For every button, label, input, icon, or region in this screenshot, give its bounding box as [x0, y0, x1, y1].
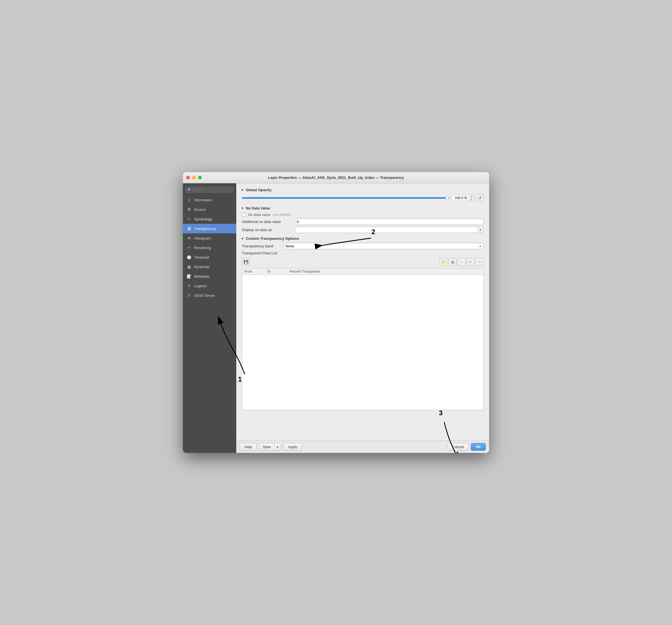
- legend-icon: ⠿: [186, 283, 192, 289]
- transparency-band-row: Transparency band None ▼: [241, 243, 485, 249]
- sidebar-item-label: Rendering: [194, 246, 211, 250]
- bottom-bar: Help Style ▼ Apply Cancel OK: [236, 441, 489, 453]
- sidebar-item-label: Source: [194, 207, 206, 212]
- no-data-title: No Data Value: [246, 206, 270, 210]
- sidebar-item-legend[interactable]: ⠿ Legend: [183, 281, 236, 291]
- display-no-data-label: Display no data as: [242, 228, 292, 232]
- sidebar-item-temporal[interactable]: 🕐 Temporal: [183, 252, 236, 262]
- pixel-list-label: Transparent Pixel List: [241, 251, 485, 255]
- add-values-from-map-button[interactable]: +: [476, 258, 483, 266]
- no-data-checkbox-label: No data value: [248, 212, 270, 217]
- ok-button[interactable]: OK: [471, 443, 486, 451]
- sidebar-item-qgis-server[interactable]: ⠿ QGIS Server: [183, 291, 236, 300]
- apply-button[interactable]: Apply: [284, 443, 302, 451]
- no-data-collapse[interactable]: ▼: [241, 206, 244, 210]
- search-input[interactable]: [193, 188, 232, 192]
- search-icon: 🔍: [188, 188, 192, 192]
- sidebar-item-label: Legend: [194, 284, 206, 288]
- pixel-toolbar: 💾 📁 ▦ − ✏ +: [241, 257, 485, 267]
- information-icon: ℹ: [186, 197, 192, 203]
- titlebar: Layer Properties — AtlasAI_AHS_Syria_202…: [183, 172, 489, 183]
- custom-transparency-collapse[interactable]: ▼: [241, 237, 244, 241]
- global-opacity-title: Global Opacity: [246, 188, 272, 192]
- sidebar-item-label: Metadata: [194, 274, 209, 278]
- no-data-value-row: No data value not defined: [241, 212, 485, 217]
- main-content: ▼ Global Opacity 100.0 % ▲ ▼ ↺: [236, 183, 489, 453]
- sidebar-item-source[interactable]: ⚙ Source: [183, 205, 236, 214]
- sidebar-item-transparency[interactable]: 🖼 Transparency: [183, 224, 236, 233]
- sidebar-item-information[interactable]: ℹ Information: [183, 195, 236, 205]
- sidebar-item-label: Pyramids: [194, 265, 209, 269]
- display-no-data-row: Display no data as ▼: [241, 227, 485, 233]
- save-pixel-list-button[interactable]: 💾: [242, 258, 250, 266]
- sidebar-item-pyramids[interactable]: ▦ Pyramids: [183, 262, 236, 272]
- temporal-icon: 🕐: [186, 254, 192, 260]
- additional-no-data-row: Additional no data value: [241, 219, 485, 225]
- pixel-table-header: From To Percent Transparent: [242, 269, 483, 275]
- rendering-icon: ✏: [186, 245, 192, 250]
- style-button[interactable]: Style: [259, 443, 274, 450]
- sidebar-item-histogram[interactable]: ✉ Histogram: [183, 233, 236, 243]
- opacity-slider-thumb: [446, 196, 449, 200]
- add-pixel-row-button[interactable]: ▦: [449, 258, 457, 266]
- edit-pixel-button[interactable]: ✏: [466, 258, 475, 266]
- metadata-icon: 📝: [186, 273, 192, 279]
- opacity-reset-button[interactable]: ↺: [476, 194, 483, 202]
- remove-pixel-row-button[interactable]: −: [458, 258, 465, 266]
- opacity-up-button[interactable]: ▲: [469, 195, 474, 198]
- additional-no-data-input[interactable]: [295, 219, 483, 225]
- opacity-spinners: ▲ ▼: [469, 195, 474, 201]
- column-percent: Percent Transparent: [289, 270, 481, 273]
- traffic-lights: [186, 176, 202, 179]
- sidebar-item-label: Histogram: [194, 236, 211, 240]
- toolbar-left: 💾: [242, 258, 250, 266]
- pyramids-icon: ▦: [186, 264, 192, 270]
- search-box[interactable]: 🔍: [185, 187, 234, 193]
- style-dropdown-button[interactable]: ▼: [274, 443, 281, 450]
- custom-transparency-title: Custom Transparency Options: [246, 236, 299, 241]
- sidebar-item-label: Information: [194, 198, 212, 202]
- opacity-value: 100.0 %: [452, 195, 469, 200]
- sidebar-item-metadata[interactable]: 📝 Metadata: [183, 272, 236, 281]
- help-button[interactable]: Help: [240, 443, 257, 451]
- open-pixel-list-button[interactable]: 📁: [440, 258, 448, 266]
- global-opacity-header: ▼ Global Opacity: [241, 188, 485, 192]
- close-button[interactable]: [186, 176, 190, 179]
- sidebar-item-label: Transparency: [194, 227, 216, 231]
- pixel-table: From To Percent Transparent: [242, 268, 483, 410]
- sidebar-item-label: QGIS Server: [194, 293, 215, 298]
- column-from: From: [244, 270, 267, 273]
- opacity-value-box[interactable]: 100.0 % ▲ ▼: [452, 195, 474, 201]
- band-select-arrow-icon: ▼: [479, 245, 482, 248]
- additional-no-data-label: Additional no data value: [242, 220, 292, 224]
- band-select-value: None: [285, 244, 294, 248]
- cancel-button[interactable]: Cancel: [448, 443, 468, 451]
- display-no-data-input[interactable]: [295, 227, 478, 233]
- opacity-down-button[interactable]: ▼: [469, 198, 474, 201]
- window-title: Layer Properties — AtlasAI_AHS_Syria_202…: [268, 175, 404, 180]
- sidebar: 🔍 ℹ Information ⚙ Source ✏ Symbology 🖼 T…: [183, 183, 236, 453]
- histogram-icon: ✉: [186, 235, 192, 241]
- no-data-header: ▼ No Data Value: [241, 206, 485, 210]
- no-data-defined-text: not defined: [273, 212, 291, 217]
- display-no-data-select[interactable]: ▼: [295, 227, 483, 233]
- custom-transparency-header: ▼ Custom Transparency Options: [241, 236, 485, 241]
- sidebar-item-symbology[interactable]: ✏ Symbology: [183, 214, 236, 224]
- opacity-slider[interactable]: [242, 197, 450, 199]
- pixel-table-body: [242, 275, 483, 410]
- transparency-band-label: Transparency band: [242, 244, 281, 248]
- transparency-icon: 🖼: [186, 226, 192, 231]
- global-opacity-collapse[interactable]: ▼: [241, 188, 244, 192]
- opacity-row: 100.0 % ▲ ▼ ↺: [241, 194, 485, 202]
- panel: ▼ Global Opacity 100.0 % ▲ ▼ ↺: [236, 183, 489, 441]
- no-data-checkbox[interactable]: [242, 213, 246, 217]
- column-to: To: [267, 270, 289, 273]
- minimize-button[interactable]: [192, 176, 196, 179]
- qgis-server-icon: ⠿: [186, 293, 192, 298]
- transparency-band-select[interactable]: None ▼: [284, 243, 483, 249]
- display-no-data-dropdown-btn[interactable]: ▼: [478, 227, 483, 233]
- sidebar-item-rendering[interactable]: ✏ Rendering: [183, 243, 236, 252]
- style-button-group: Style ▼: [259, 443, 281, 451]
- sidebar-item-label: Symbology: [194, 217, 212, 221]
- maximize-button[interactable]: [198, 176, 202, 179]
